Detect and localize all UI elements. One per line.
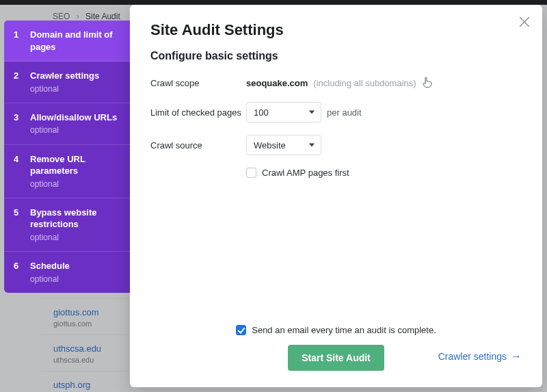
crawl-scope-label: Crawl scope (150, 78, 246, 88)
pointer-hand-icon (422, 76, 433, 90)
email-notify-label: Send an email every time an audit is com… (252, 325, 436, 335)
email-notify-row: Send an email every time an audit is com… (150, 325, 522, 335)
limit-select[interactable]: 100 (246, 102, 321, 122)
wizard-step-domain-limit[interactable]: 1 Domain and limit of pages (4, 21, 130, 62)
next-crawler-settings-link[interactable]: Crawler settings → (438, 350, 522, 363)
crawl-scope-note: (including all subdomains) (313, 78, 416, 88)
arrow-right-icon: → (511, 350, 522, 363)
crawl-source-select[interactable]: Website (246, 135, 321, 155)
crawl-source-label: Crawl source (150, 140, 246, 151)
crawl-source-row: Crawl source Website (150, 135, 522, 155)
wizard-step-remove-url-params[interactable]: 4 Remove URL parametersoptional (4, 145, 130, 198)
wizard-step-bypass-restrictions[interactable]: 5 Bypass website restrictionsoptional (4, 198, 130, 252)
close-icon (517, 14, 532, 29)
settings-modal: Site Audit Settings Configure basic sett… (130, 5, 542, 387)
edit-scope-button[interactable] (422, 76, 433, 90)
wizard-step-crawler-settings[interactable]: 2 Crawler settingsoptional (4, 62, 130, 103)
amp-checkbox-row: Crawl AMP pages first (246, 168, 522, 178)
wizard-sidebar: 1 Domain and limit of pages 2 Crawler se… (4, 21, 130, 293)
limit-suffix: per audit (327, 107, 362, 118)
limit-label: Limit of checked pages (150, 107, 246, 118)
limit-row: Limit of checked pages 100 per audit (150, 102, 522, 122)
email-notify-checkbox[interactable] (236, 325, 246, 335)
close-button[interactable] (515, 13, 534, 32)
crawl-scope-value: seoquake.com (246, 78, 308, 88)
amp-checkbox[interactable] (246, 168, 256, 178)
start-site-audit-button[interactable]: Start Site Audit (288, 345, 384, 371)
modal-subtitle: Configure basic settings (150, 50, 522, 62)
amp-label: Crawl AMP pages first (262, 168, 349, 178)
wizard-step-schedule[interactable]: 6 Scheduleoptional (4, 252, 130, 293)
modal-title: Site Audit Settings (150, 21, 522, 39)
wizard-step-allow-disallow[interactable]: 3 Allow/disallow URLsoptional (4, 103, 130, 145)
crawl-scope-row: Crawl scope seoquake.com (including all … (150, 76, 522, 90)
